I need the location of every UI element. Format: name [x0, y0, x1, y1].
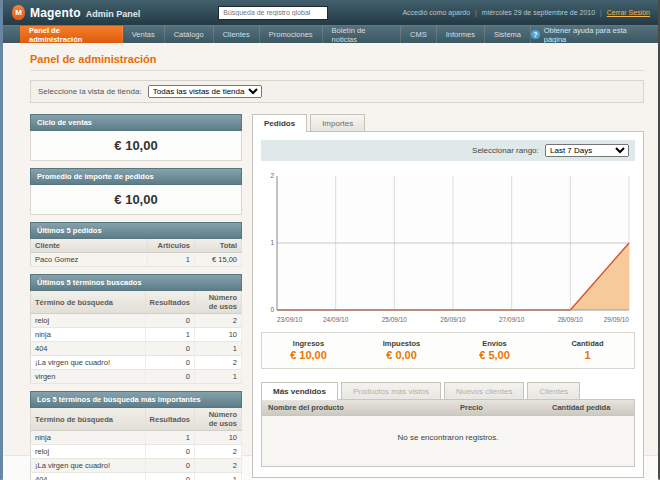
block-title: Últimos 5 pedidos: [30, 222, 242, 239]
table-cell: 1: [195, 342, 242, 356]
svg-text:25/09/10: 25/09/10: [382, 316, 408, 323]
last-search-terms-block: Últimos 5 términos buscados Término de b…: [30, 274, 242, 384]
table-cell: 0: [145, 459, 194, 473]
grids-tabs: Más vendidos Productos más vistos Nuevos…: [261, 382, 635, 399]
table-cell: 404: [31, 473, 146, 480]
table-cell: 2: [195, 356, 242, 370]
table-row: virgen01: [31, 370, 242, 384]
range-select[interactable]: Last 7 Days: [545, 144, 629, 157]
tab-customers[interactable]: Clientes: [527, 382, 580, 399]
svg-text:27/09/10: 27/09/10: [499, 316, 525, 323]
stat-revenue: Ingresos € 10,00: [262, 339, 355, 361]
separator: |: [475, 9, 477, 16]
table-cell: reloj: [31, 314, 146, 328]
get-help-link[interactable]: ? Obtener ayuda para esta página: [531, 26, 658, 43]
range-label: Seleccionar rango:: [472, 146, 539, 155]
table-cell: ¡La virgen que cuadro!: [31, 356, 146, 370]
table-row: ninja110: [31, 431, 242, 445]
svg-text:2: 2: [270, 172, 274, 179]
table-row: reloj02: [31, 445, 242, 459]
nav-item-dashboard[interactable]: Panel de administración: [20, 26, 123, 43]
tab-new-customers[interactable]: Nuevos clientes: [444, 382, 524, 399]
products-grid-header: Nombre del producto Precio Cantidad pedi…: [261, 399, 635, 416]
table-cell: 10: [195, 431, 242, 445]
orders-chart: 23/09/1024/09/1025/09/1026/09/1027/09/10…: [261, 168, 635, 326]
svg-text:23/09/10: 23/09/10: [277, 316, 303, 323]
average-orders-block: Promedio de importe de pedidos € 10,00: [30, 168, 242, 215]
range-bar: Seleccionar rango: Last 7 Days: [261, 140, 635, 161]
table-cell: 2: [195, 445, 242, 459]
block-title: Los 5 términos de búsqueda más important…: [30, 391, 242, 408]
table-cell: 0: [145, 370, 194, 384]
lifetime-sales-value: € 10,00: [30, 131, 242, 161]
help-label: Obtener ayuda para esta página: [544, 26, 648, 44]
global-search-input[interactable]: [218, 6, 328, 20]
table-row: 40401: [31, 473, 242, 480]
stat-label: Envíos: [448, 339, 541, 348]
main-nav: Panel de administración Ventas Catálogo …: [3, 25, 658, 43]
svg-text:29/09/10: 29/09/10: [604, 316, 630, 323]
block-title: Promedio de importe de pedidos: [30, 168, 242, 185]
stat-tax: Impuestos € 0,00: [355, 339, 448, 361]
last-orders-block: Últimos 5 pedidos Cliente Artículos Tota…: [30, 222, 242, 267]
logo-text: Magento: [30, 6, 81, 20]
header-user-area: Accedió como apardo | miércoles 29 de se…: [402, 9, 650, 16]
empty-grid-message: No se encontraron registros.: [261, 416, 635, 467]
col-header: Cliente: [31, 239, 148, 253]
logout-link[interactable]: Cerrar Sesión: [607, 9, 650, 16]
tab-orders[interactable]: Pedidos: [252, 114, 307, 132]
dashboard-right-column: Pedidos Importes Seleccionar rango: Last…: [252, 114, 644, 480]
table-row: ninja110: [31, 328, 242, 342]
stat-label: Cantidad: [541, 339, 634, 348]
help-icon: ?: [531, 30, 540, 39]
tab-most-viewed[interactable]: Productos más vistos: [341, 382, 441, 399]
logged-in-as: Accedió como apardo: [402, 9, 470, 16]
lifetime-sales-block: Ciclo de ventas € 10,00: [30, 114, 242, 161]
average-orders-value: € 10,00: [30, 185, 242, 215]
nav-item-sales[interactable]: Ventas: [123, 26, 165, 43]
top-search-terms-block: Los 5 términos de búsqueda más important…: [30, 391, 242, 480]
table-cell: € 15,00: [195, 253, 242, 267]
totals-bar: Ingresos € 10,00 Impuestos € 0,00 Envíos…: [261, 332, 635, 369]
table-cell: ninja: [31, 431, 146, 445]
col-header: Resultados: [145, 291, 194, 314]
nav-item-promotions[interactable]: Promociones: [260, 26, 323, 43]
stat-value: € 10,00: [262, 349, 355, 361]
stat-value: € 0,00: [355, 349, 448, 361]
table-cell: 1: [195, 370, 242, 384]
tab-bestsellers[interactable]: Más vendidos: [261, 382, 338, 400]
separator: |: [600, 9, 602, 16]
col-header: Número de usos: [195, 291, 242, 314]
col-header: Término de búsqueda: [31, 291, 146, 314]
store-view-select[interactable]: Todas las vistas de tienda: [148, 85, 262, 98]
nav-item-reports[interactable]: Informes: [437, 26, 485, 43]
table-cell: ninja: [31, 328, 146, 342]
table-cell: 2: [195, 314, 242, 328]
stat-value: 1: [541, 349, 634, 361]
nav-item-customers[interactable]: Clientes: [214, 26, 260, 43]
table-cell: ¡La virgen que cuadro!: [31, 459, 146, 473]
block-title: Ciclo de ventas: [30, 114, 242, 131]
store-view-label: Seleccione la vista de tienda:: [38, 87, 142, 96]
table-row: ¡La virgen que cuadro!02: [31, 459, 242, 473]
tab-amounts[interactable]: Importes: [310, 114, 365, 131]
col-header: Número de usos: [195, 408, 242, 431]
col-header: Precio: [454, 400, 546, 415]
magento-logo-icon: M: [12, 5, 25, 20]
svg-text:0: 0: [270, 306, 274, 313]
nav-item-catalog[interactable]: Catálogo: [165, 26, 214, 43]
nav-item-newsletter[interactable]: Boletín de noticias: [323, 26, 401, 43]
nav-item-system[interactable]: Sistema: [485, 26, 531, 43]
table-cell: 0: [145, 445, 194, 459]
admin-header: M Magento Admin Panel Accedió como apard…: [3, 0, 658, 25]
table-cell: 1: [145, 431, 194, 445]
nav-item-cms[interactable]: CMS: [401, 26, 437, 43]
page-title: Panel de administración: [30, 53, 644, 65]
table-cell: 2: [195, 459, 242, 473]
col-header: Total: [195, 239, 242, 253]
col-header: Cantidad pedida: [546, 400, 634, 415]
stat-shipping: Envíos € 5,00: [448, 339, 541, 361]
last-search-terms-table: Término de búsqueda Resultados Número de…: [30, 291, 242, 384]
col-header: Término de búsqueda: [31, 408, 146, 431]
block-title: Últimos 5 términos buscados: [30, 274, 242, 291]
